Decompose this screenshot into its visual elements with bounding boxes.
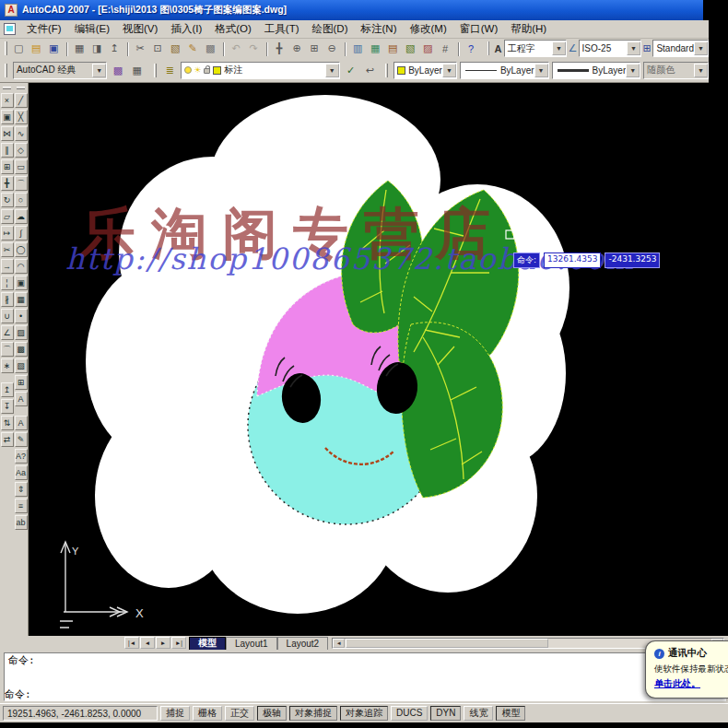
workspace-combo[interactable]: AutoCAD 经典 ▼ (13, 62, 107, 79)
convert-distance-tool[interactable]: ab (15, 515, 28, 530)
send-to-back-tool[interactable]: ↧ (1, 399, 14, 414)
region-tool[interactable]: ▧ (15, 358, 28, 373)
scroll-left-button[interactable]: ◄ (333, 639, 345, 648)
layer-combo[interactable]: ☀ 标注 ▼ (181, 62, 340, 79)
find-text-tool[interactable]: A? (15, 449, 28, 464)
tab-next-button[interactable]: ► (156, 637, 170, 649)
make-object-layer-current-icon[interactable]: ✓ (343, 63, 359, 78)
move-tool[interactable]: ╋ (1, 176, 14, 191)
arc-tool[interactable]: ⌒ (15, 176, 28, 191)
drawing-file-icon[interactable] (4, 23, 16, 35)
text-style-tool[interactable]: Aa (15, 465, 28, 480)
ellipse-arc-tool[interactable]: ◠ (15, 259, 28, 274)
polyline-tool[interactable]: ∿ (15, 126, 28, 141)
color-combo[interactable]: ByLayer ▼ (393, 62, 457, 79)
paste-icon[interactable]: ▧ (167, 41, 184, 56)
trim-tool[interactable]: ✂ (1, 242, 14, 257)
copy-icon[interactable]: ⊡ (149, 41, 167, 56)
chevron-down-icon[interactable]: ▼ (552, 41, 566, 55)
command-prompt[interactable]: 命令: (5, 687, 31, 701)
table-style-combo[interactable]: Standard ▼ (652, 40, 709, 57)
block-editor-icon[interactable]: ▩ (202, 41, 219, 56)
revcloud-tool[interactable]: ☁ (15, 209, 28, 224)
erase-tool[interactable]: × (1, 93, 14, 108)
menu-insert[interactable]: 插入(I) (164, 21, 208, 37)
polygon-tool[interactable]: ◇ (15, 143, 28, 158)
workspace-settings-icon[interactable]: ▩ (110, 63, 126, 78)
lineweight-toggle[interactable]: 线宽 (464, 706, 493, 721)
menu-view[interactable]: 视图(V) (116, 21, 164, 37)
cut-icon[interactable]: ✂ (132, 41, 149, 56)
otrack-toggle[interactable]: 对象追踪 (340, 706, 388, 721)
designcenter-icon[interactable]: ▦ (367, 41, 384, 56)
chamfer-tool[interactable]: ∠ (1, 325, 14, 340)
insert-block-tool[interactable]: ▣ (15, 276, 28, 290)
stretch-tool[interactable]: ↦ (1, 226, 14, 241)
chevron-down-icon[interactable]: ▼ (626, 64, 640, 77)
ellipse-tool[interactable]: ◯ (15, 242, 28, 257)
tab-first-button[interactable]: |◄ (124, 637, 139, 649)
fillet-tool[interactable]: ⌒ (1, 342, 14, 357)
plot-preview-icon[interactable]: ◨ (88, 41, 106, 56)
toolbar-grip[interactable] (3, 87, 11, 89)
menu-format[interactable]: 格式(O) (208, 21, 258, 37)
gradient-tool[interactable]: ▩ (15, 342, 28, 357)
sheetset-manager-icon[interactable]: ▧ (402, 41, 419, 56)
line-tool[interactable]: ╱ (15, 93, 28, 108)
text-style-combo[interactable]: 工程字 ▼ (504, 40, 567, 57)
chevron-down-icon[interactable]: ▼ (92, 64, 106, 77)
new-file-icon[interactable]: ▢ (10, 41, 28, 56)
mirror-tool[interactable]: ⋈ (1, 126, 14, 141)
dyn-toggle[interactable]: DYN (430, 706, 461, 721)
osnap-toggle[interactable]: 对象捕捉 (289, 706, 337, 721)
zoom-window-icon[interactable]: ⊞ (306, 41, 323, 56)
chevron-down-icon[interactable]: ▼ (627, 41, 640, 55)
dyn-y-value[interactable]: -2431.3253 (605, 252, 660, 268)
save-workspace-icon[interactable]: ▦ (129, 63, 146, 78)
linetype-combo[interactable]: ByLayer ▼ (460, 62, 549, 79)
edit-text-tool[interactable]: ✎ (15, 432, 28, 447)
ducs-toggle[interactable]: DUCS (391, 706, 428, 721)
save-icon[interactable]: ▣ (45, 41, 63, 56)
break-tool[interactable]: ∦ (1, 292, 14, 307)
circle-tool[interactable]: ○ (15, 193, 28, 207)
bring-to-front-tool[interactable]: ↥ (1, 382, 14, 397)
menu-tools[interactable]: 工具(T) (258, 21, 306, 37)
extend-tool[interactable]: → (1, 259, 14, 274)
mtext-tool[interactable]: A (15, 392, 28, 406)
scrollbar-thumb[interactable] (346, 639, 548, 648)
toolbar-grip[interactable] (5, 41, 7, 55)
table-tool[interactable]: ⊞ (15, 375, 28, 390)
scale-text-tool[interactable]: ⇕ (15, 482, 28, 497)
join-tool[interactable]: ∪ (1, 309, 14, 323)
zoom-realtime-icon[interactable]: ⊕ (288, 41, 306, 56)
construction-line-tool[interactable]: ╳ (15, 110, 28, 124)
toolbar-grip[interactable] (487, 41, 490, 55)
publish-icon[interactable]: ↥ (106, 41, 123, 56)
justify-text-tool[interactable]: ≡ (15, 499, 28, 513)
copy-tool[interactable]: ▣ (1, 110, 14, 124)
tab-layout1[interactable]: Layout1 (226, 637, 277, 650)
menu-edit[interactable]: 编辑(E) (68, 21, 116, 37)
send-under-tool[interactable]: ⇄ (1, 432, 14, 447)
dyn-x-value[interactable]: 13261.4353 (544, 252, 601, 268)
plot-icon[interactable]: ▦ (71, 41, 88, 56)
tool-palettes-icon[interactable]: ▤ (384, 41, 402, 56)
zoom-previous-icon[interactable]: ⊖ (323, 41, 341, 56)
make-block-tool[interactable]: ▦ (15, 292, 28, 307)
menu-window[interactable]: 窗口(W) (453, 21, 505, 37)
rectangle-tool[interactable]: ▭ (15, 159, 28, 174)
redo-icon[interactable]: ↷ (245, 41, 263, 56)
undo-icon[interactable]: ↶ (228, 41, 245, 56)
spline-tool[interactable]: ∫ (15, 226, 28, 241)
command-text-area[interactable]: 命令: (4, 652, 726, 701)
menu-file[interactable]: 文件(F) (20, 21, 68, 37)
chevron-down-icon[interactable]: ▼ (694, 41, 708, 55)
markup-manager-icon[interactable]: ▨ (419, 41, 437, 56)
menu-modify[interactable]: 修改(M) (403, 21, 452, 37)
help-icon[interactable]: ? (463, 41, 480, 56)
point-tool[interactable]: • (15, 309, 28, 323)
open-folder-icon[interactable]: ▤ (28, 41, 45, 56)
tab-last-button[interactable]: ►| (171, 637, 186, 649)
snap-toggle[interactable]: 捕捉 (160, 706, 190, 721)
